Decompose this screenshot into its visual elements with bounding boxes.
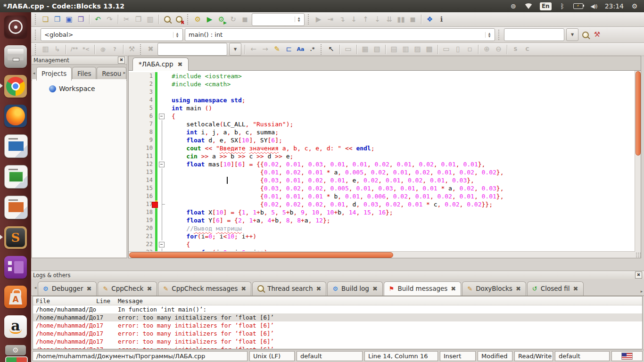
column-header[interactable]: File: [33, 297, 96, 305]
code-line[interactable]: 11 cin >> a >> b >> c >> d >> e;: [129, 152, 635, 160]
incsearch-match-case-button[interactable]: Aa: [295, 44, 306, 55]
title-bar[interactable]: *ЛАБА.cpp - Code::Blocks 13.12 ⊚Enᛒ⚡◀))2…: [0, 0, 644, 12]
code-line[interactable]: 6{: [129, 112, 635, 120]
table-row[interactable]: /home/muhammad/До...17error: too many in…: [33, 321, 642, 329]
build-button[interactable]: ⚙: [192, 14, 204, 25]
close-icon[interactable]: ✖: [451, 286, 456, 292]
code-line[interactable]: 15 {0.03, 0.02, 0.02, 0.005, 0.01, 0.03,…: [129, 184, 635, 192]
management-tab-projects[interactable]: Projects: [36, 67, 72, 81]
wx-pointer-button[interactable]: ↖: [325, 44, 337, 55]
libreoffice-impress-launcher[interactable]: [4, 196, 28, 219]
files-launcher[interactable]: [4, 45, 27, 68]
steam-indicator-icon[interactable]: ⊚: [510, 2, 517, 10]
logs-tab-doxyblocks[interactable]: ✎DoxyBlocks✖: [462, 281, 526, 296]
libreoffice-calc-launcher[interactable]: [4, 165, 28, 189]
code-line[interactable]: 5int main (): [129, 104, 635, 112]
code-line[interactable]: 12 float mas[10][6] = {{0.02, 0.01, 0.03…: [129, 160, 635, 168]
logs-tab-build-log[interactable]: ⚙Build log✖: [327, 281, 382, 296]
code-line[interactable]: 3: [129, 88, 635, 96]
libreoffice-writer-launcher[interactable]: [4, 134, 28, 158]
table-row[interactable]: /home/muhammad/До...17error: too many in…: [33, 337, 642, 346]
code-line[interactable]: 13 {0.01, 0.02, 0.01 * a, 0.005, 0.02, 0…: [129, 168, 635, 176]
keyboard-layout-indicator[interactable]: En: [540, 2, 552, 10]
fold-margin[interactable]: [157, 216, 167, 224]
code-line[interactable]: 10 cout << "Введите значения a, b, c, e,…: [129, 144, 635, 152]
close-icon[interactable]: ✖: [147, 286, 152, 292]
scope-combo[interactable]: <global>▲▼: [41, 28, 183, 41]
close-icon[interactable]: ✖: [118, 57, 125, 64]
search-combo[interactable]: [504, 28, 564, 41]
incsearch-dropdown-button[interactable]: ▼: [229, 43, 241, 56]
fold-margin[interactable]: [157, 200, 167, 208]
tree-item-workspace[interactable]: Workspace: [32, 79, 126, 92]
save-all-button[interactable]: ❒: [75, 14, 87, 25]
fold-margin[interactable]: [157, 72, 167, 80]
fold-margin[interactable]: [157, 96, 167, 104]
code-line[interactable]: 19 float Y[6] = {2, 1+a, 4+b, 8, 8+a, 12…: [129, 216, 635, 224]
fold-margin[interactable]: [157, 184, 167, 192]
battery-icon[interactable]: ⚡: [573, 2, 583, 10]
amazon-launcher[interactable]: a: [4, 315, 27, 338]
horizontal-scrollbar[interactable]: [129, 251, 635, 258]
column-header[interactable]: Line: [96, 297, 118, 305]
code-line[interactable]: 22 {: [129, 240, 635, 248]
clock[interactable]: 23:14: [605, 2, 624, 10]
table-row[interactable]: /home/muhammad/До...17error: too many in…: [33, 313, 642, 321]
volume-icon[interactable]: ◀)): [590, 2, 598, 10]
table-row[interactable]: /home/muhammad/До...17error: too many in…: [33, 346, 642, 349]
undo-button[interactable]: ↶: [92, 14, 104, 25]
code-line[interactable]: 17 {0.02, 0.02, 0.02, 0.01, d, 0.03, 0.0…: [129, 200, 635, 208]
code-line[interactable]: 18 float X[10] = {1, 1+b, 5, 5+b, 9, 10,…: [129, 208, 635, 216]
logs-tab-cppcheck-messages[interactable]: ✎CppCheck messages✖: [158, 281, 251, 296]
close-icon[interactable]: ✖: [316, 286, 322, 292]
fold-margin[interactable]: [157, 128, 167, 136]
run-button[interactable]: ▶: [204, 14, 215, 25]
close-icon[interactable]: ✖: [635, 272, 642, 279]
build-and-run-button[interactable]: ⚙▶: [215, 14, 227, 25]
logs-tab-debugger[interactable]: ⚙Debugger✖: [38, 281, 97, 296]
horizontal-scroll-thumb[interactable]: [129, 252, 393, 258]
spinner-icon[interactable]: ▲▼: [173, 32, 181, 38]
close-icon[interactable]: ✖: [178, 61, 183, 67]
workspace-switcher-launcher[interactable]: [5, 356, 28, 362]
network-wifi-icon[interactable]: [524, 2, 533, 10]
incsearch-regex-button[interactable]: .*: [306, 44, 318, 55]
replace-button[interactable]: R: [173, 14, 185, 25]
dash-home-button[interactable]: [4, 16, 27, 38]
build-target-combo[interactable]: ▲▼: [252, 13, 305, 26]
software-center-launcher[interactable]: A: [4, 286, 27, 308]
column-header[interactable]: Message: [118, 297, 642, 305]
tab-scroll-right-icon[interactable]: ▸: [639, 283, 644, 296]
code-line[interactable]: 8 int i, j, a, b, c, summa;: [129, 128, 635, 136]
fold-margin[interactable]: [157, 112, 167, 120]
search-button[interactable]: [579, 29, 591, 41]
vertical-scrollbar[interactable]: [635, 71, 641, 252]
tab-scroll-right-icon[interactable]: ▸: [122, 65, 127, 80]
tab-scroll-left-icon[interactable]: ◂: [33, 279, 38, 296]
function-combo[interactable]: main() : int▲▼: [185, 28, 495, 41]
close-icon[interactable]: ✖: [241, 286, 246, 292]
chrome-launcher[interactable]: [4, 75, 27, 98]
search-dropdown-button[interactable]: ▼: [566, 28, 578, 41]
code-line[interactable]: 4using namespace std;: [129, 96, 635, 104]
firefox-launcher[interactable]: [4, 105, 27, 127]
open-file-button[interactable]: ❐: [51, 14, 63, 25]
close-icon[interactable]: ✖: [516, 286, 521, 292]
new-file-button[interactable]: ❏: [40, 14, 51, 25]
fold-margin[interactable]: [157, 240, 167, 248]
vertical-scroll-thumb[interactable]: [636, 71, 641, 156]
management-tab-files[interactable]: Files: [72, 67, 96, 80]
debug-info-button[interactable]: ℹ: [436, 14, 447, 25]
code-line[interactable]: 9 float d, e, SX[10], SY[6];: [129, 136, 635, 144]
incsearch-highlight-button[interactable]: ✎: [271, 44, 283, 55]
search-options-button[interactable]: ⚒: [591, 29, 603, 41]
logs-tab-thread-search[interactable]: Thread search✖: [252, 281, 326, 296]
close-icon[interactable]: ✖: [86, 286, 91, 292]
fold-margin[interactable]: [157, 80, 167, 88]
code-line[interactable]: 16 {0.01, 0.01, 0.01 * b, 0.01, 0.006, 0…: [129, 192, 635, 200]
spinner-icon[interactable]: ▲▼: [295, 16, 303, 22]
session-menu-icon[interactable]: ⚙: [631, 2, 638, 10]
fold-margin[interactable]: [157, 192, 167, 200]
fold-margin[interactable]: [157, 136, 167, 144]
spinner-icon[interactable]: ▲▼: [485, 32, 493, 38]
